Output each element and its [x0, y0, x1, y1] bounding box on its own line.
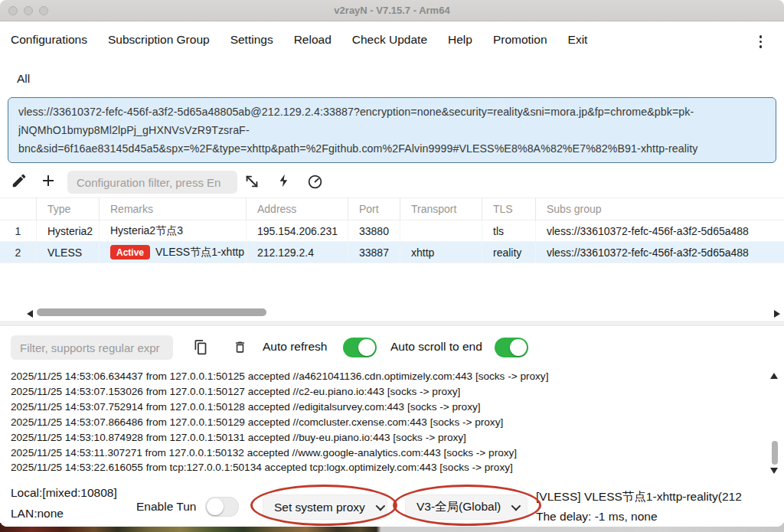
cell-address: 195.154.206.231 [247, 220, 348, 242]
menu-subscription-group[interactable]: Subscription Group [108, 33, 210, 47]
table-row-selected[interactable]: 2 VLESS Active VLESS节点1-xhttp 212.129.2.… [0, 242, 784, 263]
routing-mode-label: V3-全局(Global) [416, 499, 501, 515]
menu-configurations[interactable]: Configurations [11, 33, 87, 47]
speedtest-lightning-icon[interactable] [274, 171, 294, 191]
cell-transport [400, 220, 482, 242]
remarks-text: VLESS节点1-xhttp [155, 246, 244, 259]
auto-refresh-label: Auto refresh [263, 340, 327, 354]
v2rayn-app: v2rayN - V7.15.7 - Arm64 Configurations … [0, 0, 784, 532]
share-url-box[interactable]: vless://33610372-fefc-456f-a3f2-5d65a488… [8, 97, 776, 163]
configuration-filter-input[interactable] [67, 171, 237, 194]
log-line: 2025/11/25 14:53:07.752914 from 127.0.0.… [11, 400, 761, 415]
log-line: 2025/11/25 14:53:07.153026 from 127.0.0.… [11, 384, 761, 400]
server-table: Type Remarks Address Port Transport TLS … [0, 197, 784, 263]
active-node-info: [VLESS] VLESS节点1-xhttp-reality(212 [536, 489, 742, 505]
section-divider [0, 321, 784, 326]
log-toolbar: Auto refresh Auto scroll to end [0, 334, 784, 363]
row-number: 1 [0, 220, 37, 242]
col-row-number [0, 197, 37, 220]
active-badge: Active [110, 245, 150, 259]
menu-bar: Configurations Subscription Group Settin… [0, 22, 784, 57]
window-title: v2rayN - V7.15.7 - Arm64 [0, 0, 784, 21]
log-line: 2025/11/25 14:53:07.866486 from 127.0.0.… [11, 415, 761, 430]
auto-refresh-toggle[interactable] [343, 338, 377, 357]
log-line: 2025/11/25 14:53:06.634437 from 127.0.0.… [11, 369, 761, 384]
scroll-down-arrow-icon[interactable] [770, 468, 778, 474]
enable-tun-label: Enable Tun [136, 500, 196, 514]
share-url-line: bnc&sid=6f16ae83145d45a5&spx=%2F&type=xh… [18, 139, 766, 158]
scroll-right-arrow-icon[interactable] [774, 310, 780, 318]
scroll-up-arrow-icon[interactable] [770, 373, 778, 379]
local-port-status: Local:[mixed:10808] [11, 486, 117, 500]
col-subs-group[interactable]: Subs group [536, 197, 784, 220]
cell-transport: xhttp [400, 242, 482, 263]
cell-tls: tls [482, 220, 536, 242]
col-tls[interactable]: TLS [482, 197, 536, 220]
log-output[interactable]: 2025/11/25 14:53:06.634437 from 127.0.0.… [11, 369, 761, 481]
cell-remarks: Hysteria2节点3 [100, 220, 247, 242]
add-config-icon[interactable] [38, 171, 58, 191]
col-type[interactable]: Type [37, 197, 100, 220]
horizontal-scrollbar[interactable] [0, 308, 784, 319]
trash-icon[interactable] [230, 337, 250, 357]
system-proxy-dropdown[interactable]: Set system proxy [263, 494, 387, 520]
cell-address: 212.129.2.4 [247, 242, 348, 263]
share-url-line: jNQMhO1bmyp8Ml2lpPj_gHXNVsVzR9TzsraF- [18, 121, 766, 139]
cell-port: 33880 [348, 220, 400, 242]
speedometer-gauge-icon[interactable] [305, 171, 325, 191]
kebab-menu-icon[interactable] [757, 33, 765, 51]
share-url-line: vless://33610372-fefc-456f-a3f2-5d65a488… [18, 103, 766, 121]
titlebar[interactable]: v2rayN - V7.15.7 - Arm64 [0, 0, 784, 21]
menu-promotion[interactable]: Promotion [493, 33, 547, 47]
move-expand-arrows-icon[interactable] [242, 171, 262, 191]
log-line: 2025/11/25 14:53:22.616055 from tcp:127.… [11, 460, 761, 475]
menu-reload[interactable]: Reload [294, 33, 332, 47]
cell-subs-group: vless://33610372-fefc-456f-a3f2-5d65a488 [536, 242, 784, 263]
tab-all-groups[interactable]: All [17, 72, 30, 86]
chevron-down-icon [375, 501, 385, 511]
cell-tls: reality [482, 242, 536, 263]
log-line: 2025/11/25 14:53:10.874928 from 127.0.0.… [11, 430, 761, 446]
auto-scroll-toggle[interactable] [495, 338, 528, 357]
cell-remarks: Active VLESS节点1-xhttp [100, 242, 247, 263]
scroll-left-arrow-icon[interactable] [27, 310, 33, 318]
col-port[interactable]: Port [348, 197, 400, 220]
menu-exit[interactable]: Exit [568, 33, 588, 47]
routing-mode-dropdown[interactable]: V3-全局(Global) [405, 494, 528, 520]
col-remarks[interactable]: Remarks [100, 197, 247, 220]
log-line: 2025/11/25 14:53:11.307271 from 127.0.0.… [11, 446, 761, 461]
delay-info: The delay: -1 ms, none [536, 510, 658, 524]
table-row[interactable]: 1 Hysteria2 Hysteria2节点3 195.154.206.231… [0, 220, 784, 242]
lan-status: LAN:none [11, 507, 64, 521]
v2rayn-window: v2rayN - V7.15.7 - Arm64 Configurations … [0, 0, 784, 527]
chevron-down-icon [511, 501, 521, 511]
menu-settings[interactable]: Settings [230, 33, 273, 47]
cell-type: Hysteria2 [37, 220, 100, 242]
menu-check-update[interactable]: Check Update [352, 33, 427, 47]
enable-tun-toggle[interactable] [205, 497, 239, 517]
horizontal-scrollbar-thumb[interactable] [37, 308, 266, 316]
auto-scroll-label: Auto scroll to end [390, 340, 482, 354]
copy-icon[interactable] [190, 337, 210, 357]
system-proxy-label: Set system proxy [274, 501, 365, 514]
cell-port: 33887 [348, 242, 400, 263]
vertical-scrollbar-thumb[interactable] [772, 441, 778, 465]
edit-pencil-icon[interactable] [9, 171, 29, 191]
table-header-row: Type Remarks Address Port Transport TLS … [0, 197, 784, 220]
col-address[interactable]: Address [247, 197, 348, 220]
config-toolbar [0, 168, 784, 197]
cell-type: VLESS [37, 242, 100, 263]
row-number: 2 [0, 242, 37, 263]
menu-help[interactable]: Help [448, 33, 472, 47]
log-filter-input[interactable] [11, 335, 173, 360]
col-transport[interactable]: Transport [400, 197, 482, 220]
status-bar: Local:[mixed:10808] LAN:none Enable Tun … [0, 481, 784, 527]
cell-subs-group: vless://33610372-fefc-456f-a3f2-5d65a488 [536, 220, 784, 242]
